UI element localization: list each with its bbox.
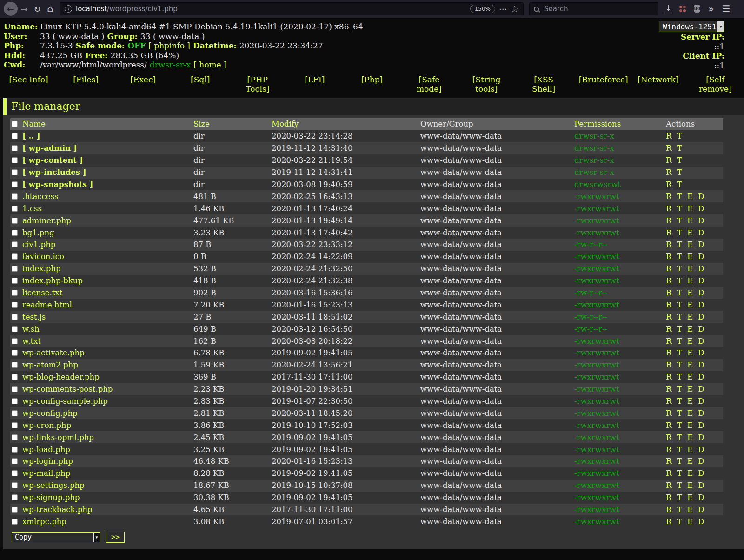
file-link[interactable]: wp-links-opml.php: [22, 433, 94, 442]
file-actions[interactable]: R T E D: [666, 505, 704, 514]
file-permissions-link[interactable]: -rwxrwxrwt: [574, 421, 619, 430]
file-link[interactable]: wp-settings.php: [22, 481, 85, 490]
file-permissions-link[interactable]: -rwxrwxrwt: [574, 300, 619, 309]
dir-link[interactable]: [ wp-content ]: [22, 156, 83, 165]
file-link[interactable]: wp-blog-header.php: [22, 373, 100, 381]
file-checkbox[interactable]: [12, 386, 18, 392]
file-permissions-link[interactable]: -rwxrwxrwt: [574, 360, 619, 369]
file-actions[interactable]: R T: [666, 180, 682, 189]
file-link[interactable]: wp-mail.php: [22, 469, 70, 478]
file-actions[interactable]: R T: [666, 168, 682, 177]
file-actions[interactable]: R T E D: [666, 325, 704, 333]
column-header-permissions[interactable]: Permissions: [574, 118, 666, 130]
file-checkbox[interactable]: [12, 422, 18, 428]
file-actions[interactable]: R T E D: [666, 228, 704, 237]
search-input[interactable]: [543, 4, 636, 13]
file-checkbox[interactable]: [12, 302, 18, 308]
file-actions[interactable]: R T E D: [666, 313, 704, 321]
file-permissions-link[interactable]: -rwxrwxrwt: [574, 276, 619, 285]
file-link[interactable]: favicon.ico: [22, 252, 64, 261]
charset-select[interactable]: Windows-1251 ▼: [659, 21, 724, 32]
file-checkbox[interactable]: [12, 338, 18, 344]
file-permissions-link[interactable]: -rwxrwxrwt: [574, 409, 619, 418]
menu-link[interactable]: [String tools]: [472, 75, 501, 93]
file-checkbox[interactable]: [12, 434, 18, 440]
file-checkbox[interactable]: [12, 447, 18, 453]
file-checkbox[interactable]: [12, 290, 18, 296]
file-link[interactable]: test.js: [22, 313, 46, 321]
file-actions[interactable]: R T E D: [666, 409, 704, 418]
file-permissions-link[interactable]: -rw-r--r--: [574, 313, 607, 321]
file-actions[interactable]: R T: [666, 156, 682, 165]
home-button[interactable]: ⌂: [44, 2, 57, 15]
file-permissions-link[interactable]: drwsr-sr-x: [574, 144, 614, 153]
file-checkbox[interactable]: [12, 157, 18, 163]
file-permissions-link[interactable]: -rwxrwxrwt: [574, 481, 619, 490]
file-checkbox[interactable]: [12, 266, 18, 272]
file-actions[interactable]: R T E D: [666, 481, 704, 490]
file-link[interactable]: wp-atom2.php: [22, 360, 78, 369]
file-permissions-link[interactable]: -rwxrwxrwt: [574, 216, 619, 225]
file-actions[interactable]: R T E D: [666, 204, 704, 213]
file-permissions-link[interactable]: drwsrwsrwt: [574, 180, 621, 189]
file-checkbox[interactable]: [12, 482, 18, 488]
file-permissions-link[interactable]: -rw-r--r--: [574, 288, 607, 297]
file-link[interactable]: wp-activate.php: [22, 348, 85, 357]
file-actions[interactable]: R T E D: [666, 360, 704, 369]
file-permissions-link[interactable]: drwsr-sr-x: [574, 132, 614, 140]
file-permissions-link[interactable]: -rwxrwxrwt: [574, 469, 619, 478]
file-permissions-link[interactable]: -rwxrwxrwt: [574, 457, 619, 466]
file-permissions-link[interactable]: -rwxrwxrwt: [574, 517, 619, 526]
cwd-perms-link[interactable]: drwsr-sr-x: [150, 60, 191, 69]
file-actions[interactable]: R T E D: [666, 493, 704, 502]
forward-button[interactable]: →: [18, 2, 31, 15]
file-link[interactable]: index.php: [22, 264, 61, 273]
site-info-icon[interactable]: i: [65, 5, 72, 13]
file-permissions-link[interactable]: drwsr-sr-x: [574, 156, 614, 165]
column-header-modify[interactable]: Modify: [272, 118, 420, 130]
file-link[interactable]: adminer.php: [22, 216, 71, 225]
file-checkbox[interactable]: [12, 362, 18, 368]
file-checkbox[interactable]: [12, 218, 18, 224]
dir-link[interactable]: [ wp-snapshots ]: [22, 180, 93, 189]
file-permissions-link[interactable]: -rwxrwxrwt: [574, 505, 619, 514]
file-permissions-link[interactable]: -rwxrwxrwt: [574, 228, 619, 237]
file-permissions-link[interactable]: -rwxrwxrwt: [574, 264, 619, 273]
file-actions[interactable]: R T E D: [666, 252, 704, 261]
file-checkbox[interactable]: [12, 145, 18, 151]
file-link[interactable]: 1.css: [22, 204, 42, 213]
search-bar[interactable]: [529, 2, 658, 15]
file-link[interactable]: .htaccess: [22, 192, 59, 201]
file-link[interactable]: bg1.png: [22, 228, 54, 237]
file-actions[interactable]: R T E D: [666, 397, 704, 406]
file-link[interactable]: wp-config-sample.php: [22, 397, 108, 406]
file-permissions-link[interactable]: -rwxrwxrwt: [574, 348, 619, 357]
file-actions[interactable]: R T E D: [666, 192, 704, 201]
file-checkbox[interactable]: [12, 410, 18, 416]
file-permissions-link[interactable]: -rwxrwxrwt: [574, 433, 619, 442]
file-permissions-link[interactable]: -rwxrwxrwt: [574, 204, 619, 213]
file-permissions-link[interactable]: -rwxrwxrwt: [574, 252, 619, 261]
menu-link[interactable]: [Bruteforce]: [579, 75, 628, 84]
dir-link[interactable]: [ wp-admin ]: [22, 144, 77, 153]
file-link[interactable]: wp-cron.php: [22, 421, 71, 430]
url-text[interactable]: localhost/wordpress/civ1.php: [76, 5, 466, 13]
file-checkbox[interactable]: [12, 230, 18, 236]
file-link[interactable]: wp-signup.php: [22, 493, 80, 502]
file-link[interactable]: xmlrpc.php: [22, 517, 66, 526]
file-checkbox[interactable]: [12, 470, 18, 476]
file-permissions-link[interactable]: -rwxrwxrwt: [574, 385, 619, 393]
file-link[interactable]: readme.html: [22, 300, 72, 309]
menu-link[interactable]: [Sec Info]: [9, 75, 48, 84]
file-link[interactable]: wp-comments-post.php: [22, 385, 113, 393]
file-permissions-link[interactable]: -rwxrwxrwt: [574, 445, 619, 454]
file-link[interactable]: wp-config.php: [22, 409, 78, 418]
bookmark-star-icon[interactable]: ☆: [511, 5, 518, 13]
file-actions[interactable]: R T: [666, 132, 682, 140]
file-actions[interactable]: R T: [666, 144, 682, 153]
file-checkbox[interactable]: [12, 206, 18, 212]
url-bar[interactable]: i localhost/wordpress/civ1.php 150% ⋯ ☆: [60, 2, 524, 15]
menu-link[interactable]: [Sql]: [191, 75, 210, 84]
file-actions[interactable]: R T E D: [666, 348, 704, 357]
file-actions[interactable]: R T E D: [666, 385, 704, 393]
